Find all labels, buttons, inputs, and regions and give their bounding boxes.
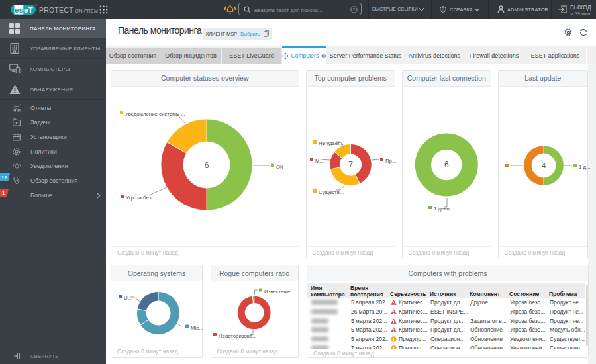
svg-text:Уведомление системы ...: Уведомление системы ... <box>125 111 185 117</box>
svg-text:Известные: Известные <box>264 289 290 295</box>
svg-text:Угроза без...: Угроза без... <box>126 195 156 201</box>
svg-text:eT: eT <box>24 6 32 14</box>
svg-text:7: 7 <box>348 160 353 169</box>
svg-text:1 д...: 1 д... <box>579 164 591 170</box>
svg-text:ОК: ОК <box>276 164 283 170</box>
svg-text:Существ...: Существ... <box>319 189 344 195</box>
svg-text:es: es <box>15 6 23 14</box>
svg-text:6: 6 <box>444 160 449 169</box>
svg-text:Пр...: Пр... <box>385 158 396 164</box>
svg-text:Неавторизова...: Неавторизова... <box>219 333 257 339</box>
svg-text:4: 4 <box>542 161 546 169</box>
svg-text:?: ? <box>352 7 355 13</box>
svg-text:?: ? <box>442 7 444 11</box>
svg-text:U...: U... <box>124 295 132 301</box>
svg-text:Не удает...: Не удает... <box>319 140 344 146</box>
svg-text:Mic...: Mic... <box>191 325 203 331</box>
svg-text:6: 6 <box>204 160 209 170</box>
svg-text:М...: М... <box>315 158 324 164</box>
svg-text:1 день: 1 день <box>434 206 450 212</box>
